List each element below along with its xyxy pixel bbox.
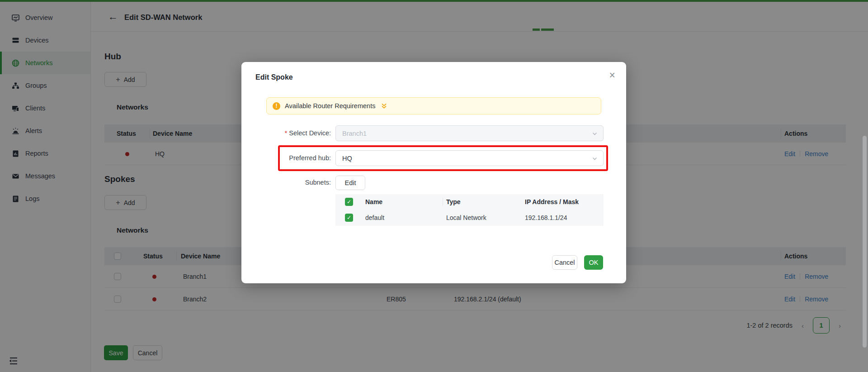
subnets-edit-button[interactable]: Edit [335, 176, 365, 190]
modal-ok-button[interactable]: OK [584, 255, 603, 270]
close-icon[interactable]: × [609, 70, 615, 81]
subnet-row: ✓ default Local Network 192.168.1.1/24 [335, 210, 604, 226]
subnet-row-checkbox[interactable]: ✓ [345, 214, 353, 222]
subnet-name-cell: default [365, 210, 384, 226]
alert-text: Available Router Requirements [285, 102, 375, 110]
router-requirements-alert: ! Available Router Requirements [266, 97, 601, 114]
modal-cancel-button[interactable]: Cancel [552, 255, 577, 270]
chevron-down-icon [592, 131, 598, 138]
preferred-hub-dropdown[interactable]: HQ [335, 150, 604, 166]
modal-title: Edit Spoke [255, 73, 293, 81]
col-name: Name [365, 194, 382, 210]
double-chevron-down-icon[interactable] [381, 103, 387, 110]
col-type: Type [446, 194, 461, 210]
subnet-header-row: ✓ Name Type IP Address / Mask [335, 194, 604, 210]
required-asterisk: * [285, 129, 287, 137]
subnet-ip-cell: 192.168.1.1/24 [525, 210, 567, 226]
column-divider [443, 198, 443, 206]
warning-icon: ! [273, 102, 280, 110]
chevron-down-icon [592, 156, 598, 163]
select-device-dropdown[interactable]: Branch1 [335, 125, 604, 141]
subnets-label: Subnets: [241, 179, 331, 186]
edit-spoke-modal: Edit Spoke × ! Available Router Requirem… [241, 62, 626, 283]
subnet-type-cell: Local Network [446, 210, 486, 226]
vertical-scrollbar-thumb[interactable] [863, 136, 867, 348]
preferred-hub-label: Preferred hub: [241, 154, 331, 162]
preferred-hub-value: HQ [342, 155, 352, 162]
subnet-select-all-checkbox[interactable]: ✓ [345, 198, 353, 206]
select-device-label: *Select Device: [241, 129, 331, 137]
select-device-value: Branch1 [342, 130, 367, 137]
col-ip-mask: IP Address / Mask [525, 194, 579, 210]
screen: Overview Devices Networks [0, 0, 868, 372]
subnets-table: ✓ Name Type IP Address / Mask ✓ default … [335, 194, 604, 226]
